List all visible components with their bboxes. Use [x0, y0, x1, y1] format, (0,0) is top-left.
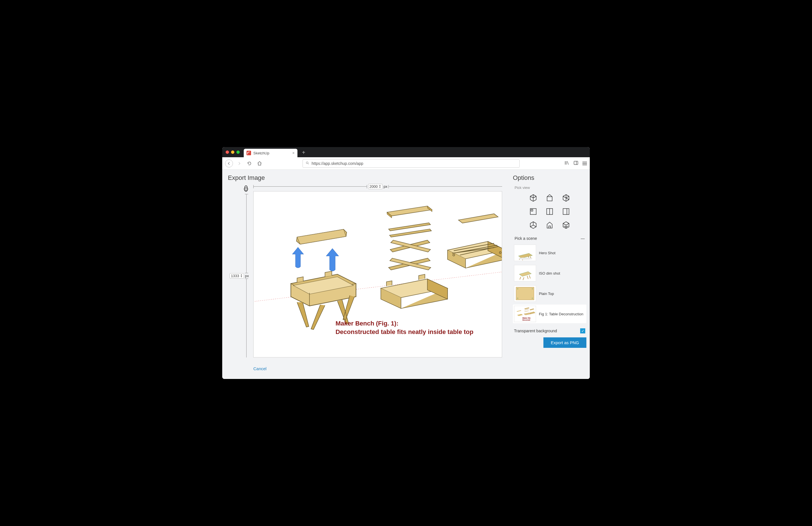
svg-text:Maker Be: Maker Be	[522, 317, 531, 319]
perspective-view-button[interactable]	[560, 219, 572, 231]
library-icon[interactable]	[564, 160, 569, 167]
page-title: Export Image	[228, 174, 505, 182]
pick-view-label: Pick view	[514, 185, 586, 190]
scene-thumbnail	[514, 245, 536, 261]
height-stepper[interactable]: ▲▼	[240, 274, 243, 278]
svg-rect-6	[531, 210, 533, 211]
forward-button[interactable]	[235, 159, 243, 167]
aspect-lock-icon[interactable]	[244, 185, 248, 191]
scene-thumbnail: Maker Be Deconstr	[514, 306, 536, 322]
scene-fig1-deconstruction[interactable]: Maker Be Deconstr Fig 1: Table Deconstru…	[513, 304, 586, 323]
back-button[interactable]	[225, 159, 233, 167]
minimize-window-button[interactable]	[231, 151, 234, 154]
home-button[interactable]	[256, 159, 263, 167]
svg-rect-12	[516, 287, 534, 300]
browser-tab[interactable]: SketchUp ×	[244, 149, 298, 157]
bottom-view-button[interactable]	[527, 219, 539, 231]
canvas-area: 2000 ▲▼ px 1333 ▲▼ px	[228, 183, 505, 360]
pick-scene-header[interactable]: Pick a scene —	[513, 235, 586, 242]
scene-name: Plain Top	[539, 292, 554, 296]
transparent-checkbox[interactable]: ✓	[580, 328, 585, 333]
left-view-button[interactable]	[560, 205, 572, 217]
tab-bar: SketchUp × +	[222, 147, 590, 157]
export-image-dialog: Export Image 2000 ▲▼ px	[222, 170, 590, 379]
sidebar-icon[interactable]	[574, 160, 579, 167]
svg-point-0	[306, 162, 308, 164]
reload-button[interactable]	[245, 159, 253, 167]
svg-rect-1	[574, 161, 578, 165]
canvas-caption: Maker Bench (Fig. 1): Deconstructed tabl…	[336, 320, 474, 336]
view-grid	[513, 192, 586, 231]
scene-list: Hero Shot ISO dim shot Plain Top	[513, 243, 586, 323]
top-view-button[interactable]	[527, 205, 539, 217]
right-view-button[interactable]	[560, 192, 572, 204]
preview-canvas: Maker Bench (Fig. 1): Deconstructed tabl…	[253, 191, 502, 357]
scene-plain-top[interactable]: Plain Top	[513, 284, 586, 303]
transparent-label: Transparent background	[514, 329, 557, 333]
transparent-background-row: Transparent background ✓	[513, 328, 586, 333]
width-unit: px	[384, 184, 388, 189]
back-view-button[interactable]	[544, 205, 555, 217]
menu-button[interactable]	[582, 160, 587, 167]
window-controls	[225, 151, 242, 154]
export-png-button[interactable]: Export as PNG	[543, 337, 586, 348]
options-title: Options	[513, 174, 586, 182]
tab-title: SketchUp	[253, 151, 269, 155]
maximize-window-button[interactable]	[236, 151, 240, 154]
front-view-button[interactable]	[544, 192, 555, 204]
scene-thumbnail	[514, 265, 536, 281]
svg-rect-8	[563, 209, 569, 215]
new-tab-button[interactable]: +	[300, 149, 308, 156]
scene-hero-shot[interactable]: Hero Shot	[513, 243, 586, 262]
browser-window: SketchUp × + https://app.sketchup.com/ap…	[222, 147, 590, 379]
caption-line1: Maker Bench (Fig. 1):	[336, 320, 474, 327]
width-input[interactable]: 2000 ▲▼	[368, 184, 382, 189]
address-bar: https://app.sketchup.com/app	[222, 157, 590, 170]
height-dimension: 1333 ▲▼ px	[228, 194, 250, 357]
width-stepper[interactable]: ▲▼	[379, 184, 381, 188]
search-icon	[306, 161, 309, 166]
height-input[interactable]: 1333 ▲▼	[230, 273, 244, 279]
collapse-icon[interactable]: —	[581, 236, 585, 241]
close-tab-button[interactable]: ×	[292, 151, 294, 155]
sketchup-favicon	[247, 151, 251, 155]
scene-thumbnail	[514, 285, 536, 302]
scene-name: Fig 1: Table Deconstruction	[539, 312, 583, 316]
dialog-footer: Cancel	[228, 360, 505, 374]
iso-view-button[interactable]	[527, 192, 539, 204]
width-dimension: 2000 ▲▼ px	[253, 183, 502, 190]
cancel-button[interactable]: Cancel	[253, 366, 266, 371]
scene-name: ISO dim shot	[539, 271, 560, 275]
scene-iso-dim-shot[interactable]: ISO dim shot	[513, 264, 586, 283]
close-window-button[interactable]	[226, 151, 229, 154]
url-text: https://app.sketchup.com/app	[311, 161, 363, 166]
browser-right-icons	[564, 160, 587, 167]
scene-name: Hero Shot	[539, 251, 555, 255]
svg-point-10	[519, 258, 533, 260]
url-input[interactable]: https://app.sketchup.com/app	[303, 159, 520, 168]
caption-line2: Deconstructed table fits neatly inside t…	[336, 328, 474, 336]
pick-scene-label: Pick a scene	[514, 236, 537, 241]
options-panel: Options Pick view Pick a scene —	[511, 170, 590, 379]
svg-text:Deconstr: Deconstr	[522, 319, 531, 321]
preview-pane: Export Image 2000 ▲▼ px	[222, 170, 511, 379]
height-unit: px	[245, 274, 249, 278]
home-view-button[interactable]	[544, 219, 555, 231]
